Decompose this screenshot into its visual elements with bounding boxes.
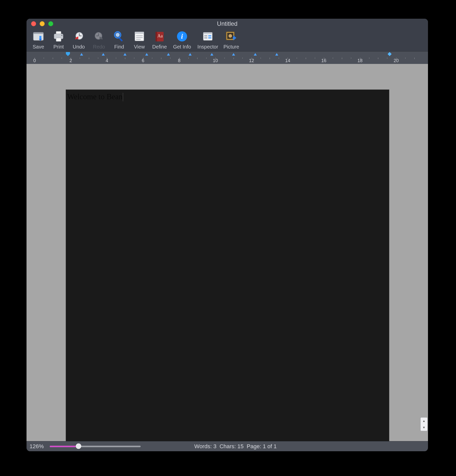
document-text[interactable]: Welcome to Bean <box>67 92 123 102</box>
toolbar-label: Define <box>152 44 167 50</box>
svg-rect-21 <box>156 32 157 41</box>
svg-text:i: i <box>181 32 183 40</box>
svg-rect-4 <box>56 38 61 41</box>
ruler-tab-row[interactable] <box>27 52 428 58</box>
get-info-button[interactable]: i Get Info <box>170 30 194 50</box>
picture-icon <box>225 30 238 43</box>
minimize-button[interactable] <box>40 21 45 26</box>
find-button[interactable]: Find <box>110 30 129 50</box>
toolbar-label: Redo <box>93 44 105 50</box>
status-info: Words: 3 Chars: 15 Page: 1 of 1 <box>194 443 277 450</box>
stepper-down-icon[interactable]: ▼ <box>422 426 425 429</box>
tab-stop[interactable] <box>80 53 83 56</box>
svg-rect-19 <box>136 39 141 40</box>
ruler-tick-label: 14 <box>285 58 290 63</box>
save-button[interactable]: Save <box>29 30 48 50</box>
ruler-tick-label: 20 <box>394 58 399 63</box>
redo-button[interactable]: Redo <box>90 30 108 50</box>
svg-rect-29 <box>208 35 211 36</box>
toolbar: Save Print <box>27 29 428 51</box>
tab-stop[interactable] <box>189 53 192 56</box>
toolbar-label: Print <box>53 44 64 50</box>
ruler-tick-label: 4 <box>106 58 108 63</box>
ruler-tick-label: 18 <box>358 58 363 63</box>
dictionary-icon: Aa <box>153 30 166 43</box>
info-icon: i <box>175 30 189 43</box>
save-icon <box>32 30 45 43</box>
titlebar[interactable]: Untitled <box>27 19 428 29</box>
svg-point-34 <box>229 34 232 38</box>
tab-stop[interactable] <box>123 53 126 56</box>
magnifier-icon <box>113 30 126 43</box>
svg-rect-30 <box>204 37 207 38</box>
view-icon <box>133 30 146 43</box>
svg-rect-31 <box>208 37 211 38</box>
svg-rect-11 <box>96 36 98 36</box>
tab-stop[interactable] <box>145 53 148 56</box>
close-button[interactable] <box>31 21 36 26</box>
zoom-button[interactable] <box>48 21 53 26</box>
tab-stop[interactable] <box>167 53 170 56</box>
toolbar-label: Get Info <box>173 44 191 50</box>
svg-point-13 <box>116 33 120 37</box>
print-button[interactable]: Print <box>49 30 68 50</box>
traffic-lights <box>31 21 53 26</box>
inspector-icon <box>201 30 214 43</box>
ruler-tick-label: 16 <box>321 58 326 63</box>
printer-icon <box>52 30 65 43</box>
toolbar-label: Inspector <box>197 44 218 50</box>
inspector-button[interactable]: Inspector <box>195 30 220 50</box>
ruler-tick-label: 12 <box>249 58 254 63</box>
page-stepper[interactable]: ▲ ▼ <box>420 417 427 431</box>
ruler[interactable]: 02468101214161820 <box>27 51 428 64</box>
ruler-tick-label: 0 <box>33 58 36 63</box>
zoom-knob[interactable] <box>76 443 81 449</box>
app-window: Untitled Save <box>27 19 428 451</box>
toolbar-label: Save <box>33 44 44 50</box>
tab-stop[interactable] <box>275 53 278 56</box>
statusbar: 126% Words: 3 Chars: 15 Page: 1 of 1 <box>27 441 428 451</box>
svg-rect-14 <box>119 37 123 42</box>
stepper-up-icon[interactable]: ▲ <box>422 419 425 423</box>
svg-rect-35 <box>233 37 235 39</box>
tab-stop[interactable] <box>232 53 235 56</box>
svg-rect-18 <box>136 37 143 38</box>
tab-stop[interactable] <box>102 53 105 56</box>
ruler-scale: 02468101214161820 <box>27 58 428 64</box>
redo-icon <box>92 30 106 43</box>
toolbar-label: Undo <box>73 44 85 50</box>
document-canvas[interactable]: Welcome to Bean ▲ ▼ <box>27 64 428 441</box>
svg-point-5 <box>61 35 62 36</box>
ruler-tick-label: 2 <box>69 58 72 63</box>
zoom-slider[interactable] <box>50 445 141 448</box>
toolbar-label: Picture <box>223 44 239 50</box>
svg-rect-1 <box>33 32 43 34</box>
ruler-tick-label: 6 <box>142 58 144 63</box>
undo-button[interactable]: Undo <box>69 30 88 50</box>
window-title: Untitled <box>217 20 237 27</box>
ruler-tick-label: 10 <box>213 58 218 63</box>
svg-rect-28 <box>204 35 207 36</box>
define-button[interactable]: Aa Define <box>150 30 169 50</box>
undo-icon <box>72 30 85 43</box>
text-cursor <box>123 93 123 101</box>
svg-rect-8 <box>79 36 82 36</box>
picture-button[interactable]: Picture <box>222 30 241 50</box>
zoom-fill <box>50 446 78 447</box>
tab-stop[interactable] <box>210 53 213 56</box>
ruler-tick-label: 8 <box>178 58 181 63</box>
toolbar-label: Find <box>114 44 124 50</box>
tab-stop[interactable] <box>254 53 257 56</box>
svg-rect-16 <box>135 32 144 34</box>
zoom-level: 126% <box>30 443 45 450</box>
svg-text:Aa: Aa <box>158 33 163 38</box>
page[interactable]: Welcome to Bean <box>66 90 389 441</box>
svg-rect-27 <box>203 32 212 34</box>
toolbar-label: View <box>134 44 145 50</box>
right-indent-marker[interactable] <box>388 52 392 57</box>
view-button[interactable]: View <box>130 30 149 50</box>
left-indent-marker[interactable] <box>66 52 70 58</box>
svg-rect-17 <box>136 35 143 36</box>
